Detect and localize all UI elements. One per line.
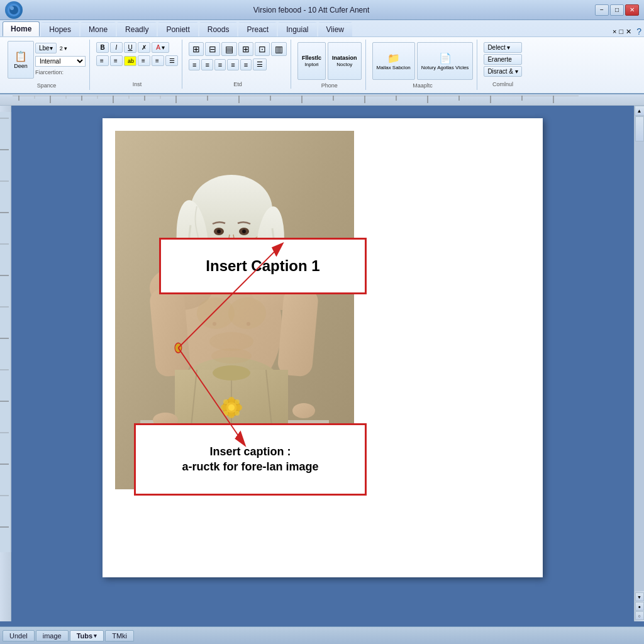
document-image: Insert Caption 1 Insert caption : a-ruct… [115, 131, 354, 489]
delect-button[interactable]: Delect ▾ [484, 42, 521, 53]
scroll-track[interactable] [635, 116, 645, 591]
deen-button[interactable]: 📋 Deen [8, 41, 34, 79]
etd-align5[interactable]: ≡ [240, 59, 252, 70]
highlight-button[interactable]: ab [124, 56, 136, 66]
status-bar: Undel image Tubs ▾ TMki [0, 626, 644, 644]
inst-label: Inst [133, 79, 142, 87]
svg-point-88 [223, 411, 228, 416]
title-bar: Virsion febood - 10 Att Cufer Anent − □ … [0, 0, 644, 20]
group-spance: 📋 Deen Lbe▾ 2 ▾ Internal Fiarcertion: [4, 40, 90, 90]
tab-readly[interactable]: Readly [117, 22, 157, 36]
phone-label: Phone [321, 80, 338, 89]
maximize-button[interactable]: □ [610, 4, 624, 16]
minimize-button[interactable]: − [595, 4, 609, 16]
spance-top-row: 📋 Deen Lbe▾ 2 ▾ Internal Fiarcertion: [8, 41, 86, 79]
lbe-button[interactable]: Lbe▾ [35, 43, 57, 53]
etd-label: Etd [233, 79, 242, 87]
notury-icon: 📄 [439, 52, 452, 64]
bold-button[interactable]: B [96, 42, 109, 53]
scrollbar-vertical[interactable]: ▲ ▼ ● ○ [634, 106, 644, 621]
svg-point-89 [235, 411, 240, 416]
etd-icon4[interactable]: ⊞ [238, 42, 253, 56]
fiarcertion-label: Fiarcertion: [35, 69, 64, 75]
vertical-ruler [0, 106, 11, 621]
style-select[interactable]: Internal [35, 56, 86, 67]
tubs-dropdown-icon[interactable]: ▾ [94, 633, 97, 639]
status-tab-image[interactable]: image [36, 630, 69, 641]
notury-button[interactable]: 📄 Notury Agotlas Vlcles [417, 42, 474, 80]
tab-viiew[interactable]: Viiew [318, 22, 352, 36]
status-tab-tubs[interactable]: Tubs ▾ [70, 630, 104, 641]
eranerte-button[interactable]: Eranerte [484, 54, 521, 65]
ribbon-minimize-icon[interactable]: × [613, 28, 616, 35]
svg-point-65 [209, 332, 253, 351]
svg-point-2 [10, 6, 14, 10]
svg-point-85 [236, 404, 242, 411]
ribbon: Home Hopes Mone Readly Poniett Roods Pre… [0, 20, 644, 94]
etd-align1[interactable]: ≡ [189, 59, 200, 70]
list-button[interactable]: ☰ [165, 55, 178, 66]
etd-align2[interactable]: ≡ [201, 59, 213, 70]
underline-button[interactable]: U [124, 42, 136, 53]
italic-button[interactable]: I [110, 42, 123, 53]
scroll-extra1[interactable]: ● [635, 602, 644, 611]
svg-point-75 [242, 230, 246, 233]
align-right-button[interactable]: ≡ [138, 55, 150, 66]
group-etd: ⊞ ⊟ ▤ ⊞ ⊡ ▥ ≡ ≡ ≡ ≡ ≡ ☰ Etd [185, 40, 291, 89]
tab-inguial[interactable]: Inguial [278, 22, 316, 36]
group-phone: Fllestlc Inptori Inatasion Noctoy Phone [294, 40, 366, 90]
svg-point-82 [228, 397, 235, 403]
paste-icon: 📋 [14, 50, 27, 62]
fllestlc-button[interactable]: Fllestlc Inptori [297, 42, 326, 80]
inatasion-button[interactable]: Inatasion Noctoy [328, 42, 362, 80]
group-comlnul: Delect ▾ Eranerte Disract & ▾ Comlnul [480, 40, 525, 89]
ribbon-close-icon[interactable]: ✕ [626, 28, 631, 36]
align-left-button[interactable]: ≡ [96, 55, 109, 66]
etd-icon2[interactable]: ⊟ [205, 42, 220, 56]
close-button[interactable]: ✕ [625, 4, 639, 16]
scroll-extra2[interactable]: ○ [635, 611, 644, 620]
help-icon[interactable]: ? [636, 26, 641, 36]
group-maapltc: 📁 Mallax Sabclon 📄 Notury Agotlas Vlcles… [369, 40, 478, 90]
etd-align6[interactable]: ☰ [253, 58, 267, 70]
tab-home[interactable]: Home [3, 21, 40, 36]
justify-button[interactable]: ≡ [152, 55, 164, 66]
svg-rect-27 [0, 112, 11, 552]
svg-point-83 [228, 412, 235, 418]
tab-mone[interactable]: Mone [80, 22, 116, 36]
tab-hopes[interactable]: Hopes [41, 22, 79, 36]
maapltc-label: Maapltc [413, 80, 433, 89]
tab-roods[interactable]: Roods [199, 22, 238, 36]
status-tab-undel[interactable]: Undel [3, 630, 35, 641]
etd-icon5[interactable]: ⊡ [255, 42, 270, 56]
align-center-button[interactable]: ≡ [110, 55, 123, 66]
etd-align3[interactable]: ≡ [214, 59, 226, 70]
etd-icon3[interactable]: ▤ [221, 42, 237, 56]
color-button[interactable]: A▾ [152, 42, 169, 53]
etd-align4[interactable]: ≡ [227, 59, 238, 70]
svg-point-66 [211, 348, 252, 364]
caption-box-1: Insert Caption 1 [159, 238, 367, 294]
tab-preact[interactable]: Preact [238, 22, 277, 36]
svg-point-90 [228, 404, 235, 411]
disract-button[interactable]: Disract & ▾ [484, 66, 521, 77]
ribbon-content: 📋 Deen Lbe▾ 2 ▾ Internal Fiarcertion: [0, 36, 644, 93]
scroll-up-button[interactable]: ▲ [635, 106, 645, 116]
ribbon-tabs: Home Hopes Mone Readly Poniett Roods Pre… [0, 20, 644, 36]
main-area: Insert Caption 1 Insert caption : a-ruct… [0, 106, 644, 621]
svg-point-61 [213, 365, 250, 380]
scroll-down-button[interactable]: ▼ [635, 592, 644, 601]
ribbon-restore-icon[interactable]: □ [619, 28, 624, 35]
app-logo [5, 1, 23, 19]
etd-icon1[interactable]: ⊞ [189, 42, 204, 56]
status-tab-tmki[interactable]: TMki [105, 630, 134, 641]
scroll-thumb[interactable] [635, 116, 644, 142]
svg-point-87 [235, 399, 240, 404]
document-area: Insert Caption 1 Insert caption : a-ruct… [11, 106, 634, 621]
comlnul-label: Comlnul [492, 79, 513, 87]
mallax-button[interactable]: 📁 Mallax Sabclon [372, 42, 415, 80]
spance-label: Spance [37, 80, 57, 89]
strikethrough-button[interactable]: ✗ [138, 42, 150, 53]
etd-icon6[interactable]: ▥ [271, 42, 287, 56]
tab-poniett[interactable]: Poniett [158, 22, 197, 36]
